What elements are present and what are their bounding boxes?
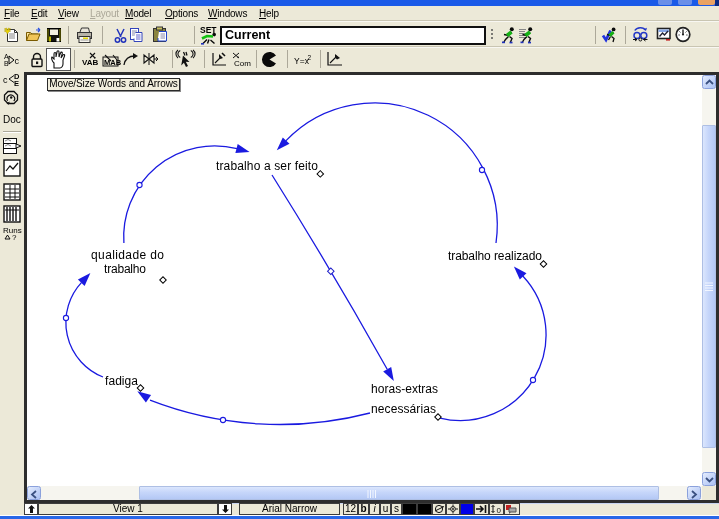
svg-text:horas-extras: horas-extras (371, 382, 438, 396)
svg-text:necessárias: necessárias (371, 402, 436, 416)
svg-text:qualidade do: qualidade do (91, 248, 164, 262)
svg-text:trabalho realizado: trabalho realizado (448, 249, 542, 263)
svg-text:0: 0 (497, 506, 502, 515)
svg-text:fadiga: fadiga (105, 374, 138, 388)
svg-text:trabalho a ser feito: trabalho a ser feito (216, 159, 318, 173)
svg-text:trabalho: trabalho (104, 262, 146, 276)
